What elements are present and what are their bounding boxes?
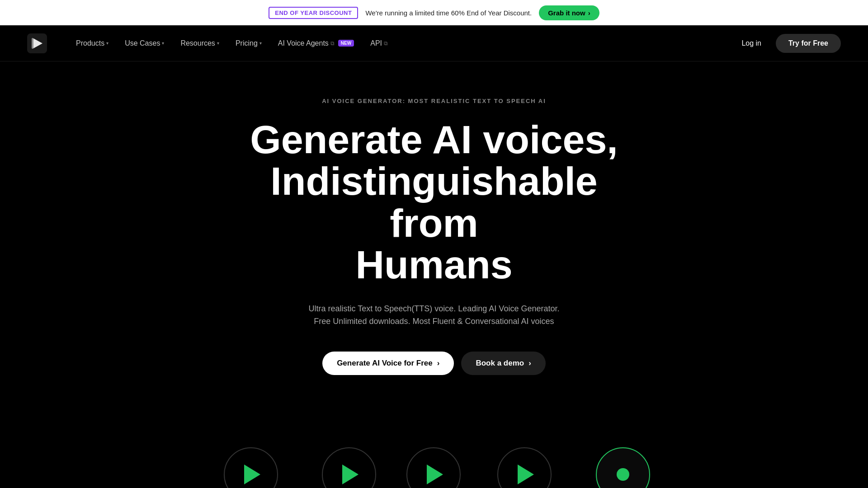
nav-item-api[interactable]: API ⧉ <box>363 36 395 51</box>
record-icon-custom <box>617 468 629 481</box>
audio-item-custom[interactable]: Create Custom AI Voices <box>585 447 660 488</box>
audio-item-videos[interactable]: Voice Your videos <box>322 447 376 488</box>
nav-links: Products ▾ Use Cases ▾ Resources ▾ Prici… <box>69 36 734 51</box>
audio-row: Voice Your Conversational AI Voice Your … <box>0 438 868 488</box>
announcement-text: We're running a limited time 60% End of … <box>365 9 532 17</box>
audio-item-stories[interactable]: Narrate Your Stories <box>403 447 464 488</box>
play-circle-stories[interactable] <box>406 447 461 488</box>
play-icon-videos <box>342 465 359 484</box>
nav-item-resources[interactable]: Resources ▾ <box>173 36 226 51</box>
play-icon-characters <box>518 465 534 484</box>
nav-item-ai-voice-agents[interactable]: AI Voice Agents ⧉ NEW <box>271 36 361 51</box>
nav-item-pricing[interactable]: Pricing ▾ <box>228 36 269 51</box>
nav-item-use-cases[interactable]: Use Cases ▾ <box>118 36 171 51</box>
play-circle-custom[interactable] <box>596 447 650 488</box>
hero-eyebrow: AI VOICE GENERATOR: MOST REALISTIC TEXT … <box>322 98 546 104</box>
logo[interactable] <box>27 33 47 53</box>
nav-actions: Log in Try for Free <box>734 34 841 53</box>
try-for-free-button[interactable]: Try for Free <box>776 34 841 53</box>
announcement-badge: END OF YEAR DISCOUNT <box>269 7 358 19</box>
hero-headline: Generate AI voices, Indistinguishable fr… <box>231 119 637 286</box>
grab-it-now-button[interactable]: Grab it now › <box>539 5 599 20</box>
play-icon-stories <box>427 465 443 484</box>
hero-cta-group: Generate AI Voice for Free › Book a demo… <box>322 352 546 375</box>
svg-rect-2 <box>32 38 33 49</box>
products-chevron-icon: ▾ <box>106 41 108 46</box>
generate-ai-voice-button[interactable]: Generate AI Voice for Free › <box>322 352 454 375</box>
audio-item-characters[interactable]: Voice your Characters <box>491 447 558 488</box>
resources-chevron-icon: ▾ <box>217 41 219 46</box>
login-button[interactable]: Log in <box>734 36 769 51</box>
use-cases-chevron-icon: ▾ <box>162 41 164 46</box>
audio-item-conversational-ai[interactable]: Voice Your Conversational AI <box>208 447 295 488</box>
api-external-icon: ⧉ <box>384 40 388 47</box>
play-circle-videos[interactable] <box>322 447 376 488</box>
announcement-bar: END OF YEAR DISCOUNT We're running a lim… <box>0 0 868 25</box>
pricing-chevron-icon: ▾ <box>259 41 262 46</box>
logo-icon <box>27 33 47 53</box>
book-demo-button[interactable]: Book a demo › <box>461 352 545 375</box>
play-circle-characters[interactable] <box>497 447 552 488</box>
navbar: Products ▾ Use Cases ▾ Resources ▾ Prici… <box>0 25 868 61</box>
hero-section: AI VOICE GENERATOR: MOST REALISTIC TEXT … <box>0 61 868 438</box>
hero-subtext: Ultra realistic Text to Speech(TTS) voic… <box>309 302 560 328</box>
ai-voice-agents-external-icon: ⧉ <box>330 40 335 47</box>
play-icon-conversational-ai <box>244 465 260 484</box>
nav-item-products[interactable]: Products ▾ <box>69 36 116 51</box>
play-circle-conversational-ai[interactable] <box>224 447 278 488</box>
